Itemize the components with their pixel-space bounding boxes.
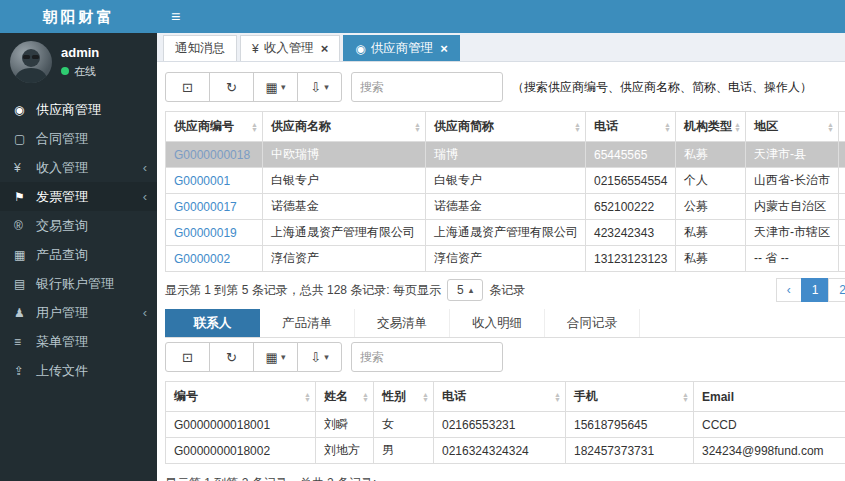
app-logo[interactable]: 朝阳财富 xyxy=(0,0,157,33)
table-row[interactable]: G00000017诺德基金诺德基金652100222公募内蒙古自治区admin xyxy=(166,194,845,220)
table-row[interactable]: G0000000018002刘地方男0216324324324182457373… xyxy=(166,438,845,464)
columns-button[interactable]: ▦▾ xyxy=(253,72,298,102)
online-dot-icon xyxy=(61,67,69,75)
sort-icon[interactable]: ▲▼ xyxy=(664,122,671,132)
supplier-id-link[interactable]: G00000017 xyxy=(174,200,237,214)
sort-icon[interactable]: ▲▼ xyxy=(422,392,429,402)
product-icon: ▦ xyxy=(14,248,36,262)
content-panel: ⊡↻▦▾⇩▾ （搜索供应商编号、供应商名称、简称、电话、操作人） 供应商编号▲▼… xyxy=(157,62,845,481)
cell: 女 xyxy=(374,412,434,438)
cell: 上海通晟资产管理有限公司 xyxy=(426,220,586,246)
column-header[interactable]: 姓名▲▼ xyxy=(316,382,374,412)
supplier-id-link[interactable]: G0000000018 xyxy=(174,148,250,162)
sort-icon[interactable]: ▲▼ xyxy=(574,122,581,132)
cell: 私募 xyxy=(676,220,746,246)
detail-view-icon: ⊡ xyxy=(182,80,193,95)
cell: G00000019 xyxy=(166,220,263,246)
column-header[interactable]: 供应商名称▲▼ xyxy=(263,112,426,142)
refresh-button[interactable]: ↻ xyxy=(209,342,254,372)
detail-view-button[interactable]: ⊡ xyxy=(165,72,210,102)
table-row[interactable]: G0000000018中欧瑞博瑞博65445565私募天津市-县admin xyxy=(166,142,845,168)
refresh-button[interactable]: ↻ xyxy=(209,72,254,102)
column-header[interactable]: 地区▲▼ xyxy=(746,112,839,142)
main-area: ≡ 通知消息¥收入管理×◉供应商管理× ⊡↻▦▾⇩▾ （搜索供应商编号、供应商名… xyxy=(157,0,845,481)
sidebar-item-upload-file[interactable]: ⇪上传文件 xyxy=(0,356,157,385)
sort-icon[interactable]: ▲▼ xyxy=(682,392,689,402)
columns-button[interactable]: ▦▾ xyxy=(253,342,298,372)
sidebar-item-supplier-management[interactable]: ◉供应商管理 xyxy=(0,95,157,124)
tab-supplier-management[interactable]: ◉供应商管理× xyxy=(343,35,460,61)
column-header[interactable]: 供应商编号▲▼ xyxy=(166,112,263,142)
table-row[interactable]: G0000000018001刘瞬女0216655323115618795645C… xyxy=(166,412,845,438)
supplier-search-input[interactable] xyxy=(351,72,503,102)
table-row[interactable]: G0000001白银专户白银专户02156554554个人山西省-长治市admi… xyxy=(166,168,845,194)
search-hint: （搜索供应商编号、供应商名称、简称、电话、操作人） xyxy=(512,79,812,96)
chevron-left-icon: ‹ xyxy=(143,189,147,204)
table-row[interactable]: G00000019上海通晟资产管理有限公司上海通晟资产管理有限公司4232423… xyxy=(166,220,845,246)
detail-tab-contacts[interactable]: 联系人 xyxy=(165,309,260,337)
column-header[interactable]: 操作人▲▼ xyxy=(839,112,845,142)
sidebar-item-bank-account-management[interactable]: ▤银行账户管理 xyxy=(0,269,157,298)
export-button[interactable]: ⇩▾ xyxy=(297,72,342,102)
sort-icon[interactable]: ▲▼ xyxy=(362,392,369,402)
column-header[interactable]: 手机▲▼ xyxy=(566,382,694,412)
detail-tab-contract-records[interactable]: 合同记录 xyxy=(545,309,640,337)
close-icon[interactable]: × xyxy=(440,41,448,56)
sort-icon[interactable]: ▲▼ xyxy=(251,122,258,132)
sort-icon[interactable]: ▲▼ xyxy=(304,392,311,402)
sort-icon[interactable]: ▲▼ xyxy=(414,122,421,132)
export-button[interactable]: ⇩▾ xyxy=(297,342,342,372)
sidebar-item-product-query[interactable]: ▦产品查询 xyxy=(0,240,157,269)
column-header[interactable]: 编号▲▼ xyxy=(166,382,316,412)
detail-tab-transaction-list[interactable]: 交易清单 xyxy=(355,309,450,337)
prev-page-button[interactable]: ‹ xyxy=(776,278,802,302)
sidebar-item-contract-management[interactable]: ▢合同管理 xyxy=(0,124,157,153)
cell: 刘瞬 xyxy=(316,412,374,438)
sort-icon[interactable]: ▲▼ xyxy=(734,122,741,132)
column-header[interactable]: 性别▲▼ xyxy=(374,382,434,412)
column-header[interactable]: 供应商简称▲▼ xyxy=(426,112,586,142)
supplier-id-link[interactable]: G00000019 xyxy=(174,226,237,240)
cell: admin xyxy=(839,220,845,246)
pagination-row: 显示第 1 到第 5 条记录，总共 128 条记录: 每页显示 5 ▴ 条记录 … xyxy=(165,278,845,302)
cell: 324234@998fund.com xyxy=(694,438,845,464)
sort-icon[interactable]: ▲▼ xyxy=(827,122,834,132)
page-2-page-button[interactable]: 2 xyxy=(828,278,845,302)
columns-icon: ▦ xyxy=(266,350,278,365)
tab-notifications[interactable]: 通知消息 xyxy=(163,35,237,61)
sidebar-item-label: 收入管理 xyxy=(36,159,143,177)
pagination-info-suffix: 条记录 xyxy=(489,282,525,299)
sidebar-item-user-management[interactable]: ♟用户管理‹ xyxy=(0,298,157,327)
column-label: 手机 xyxy=(574,389,598,403)
close-icon[interactable]: × xyxy=(321,41,329,56)
sidebar-item-invoice-management[interactable]: ⚑发票管理‹ xyxy=(0,182,157,211)
table-row[interactable]: G0000002淳信资产淳信资产13123123123私募-- 省 --admi… xyxy=(166,246,845,272)
detail-view-button[interactable]: ⊡ xyxy=(165,342,210,372)
column-header[interactable]: Email xyxy=(694,382,845,412)
column-header[interactable]: 机构类型▲▼ xyxy=(676,112,746,142)
sort-icon[interactable]: ▲▼ xyxy=(554,392,561,402)
detail-tab-product-list[interactable]: 产品清单 xyxy=(260,309,355,337)
sidebar-item-income-management[interactable]: ¥收入管理‹ xyxy=(0,153,157,182)
sidebar-menu: ◉供应商管理▢合同管理¥收入管理‹⚑发票管理‹®交易查询▦产品查询▤银行账户管理… xyxy=(0,95,157,385)
refresh-icon: ↻ xyxy=(226,80,237,95)
page-1-page-button[interactable]: 1 xyxy=(801,278,830,302)
contacts-search-input[interactable] xyxy=(351,342,503,372)
supplier-id-link[interactable]: G0000002 xyxy=(174,252,230,266)
sidebar-item-menu-management[interactable]: ≡菜单管理 xyxy=(0,327,157,356)
cell: 02156554554 xyxy=(586,168,676,194)
user-status[interactable]: 在线 xyxy=(61,64,99,79)
tab-income-management[interactable]: ¥收入管理× xyxy=(240,35,340,61)
column-header[interactable]: 电话▲▼ xyxy=(434,382,566,412)
sidebar-item-transaction-query[interactable]: ®交易查询 xyxy=(0,211,157,240)
supplier-id-link[interactable]: G0000001 xyxy=(174,174,230,188)
supplier-icon: ◉ xyxy=(355,42,365,56)
cell: G0000000018001 xyxy=(166,412,316,438)
detail-tab-income-detail[interactable]: 收入明细 xyxy=(450,309,545,337)
column-header[interactable]: 电话▲▼ xyxy=(586,112,676,142)
page-size-select[interactable]: 5 ▴ xyxy=(447,279,483,301)
caret-down-icon: ▾ xyxy=(281,352,286,362)
app-window: 朝阳财富 admin 在线 ◉供应商管理▢合同管理¥收入管理‹⚑发票管理‹®交易… xyxy=(0,0,845,481)
hamburger-icon[interactable]: ≡ xyxy=(157,8,194,26)
cell: 天津市-市辖区 xyxy=(746,220,839,246)
